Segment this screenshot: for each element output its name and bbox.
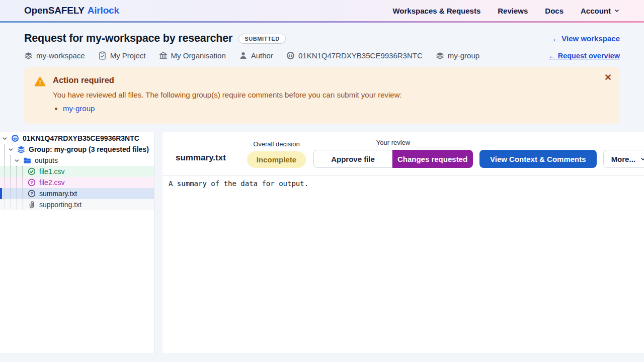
- tree-guide-line: [16, 166, 17, 210]
- check-circle-icon: [28, 167, 36, 175]
- layers-icon: [24, 51, 33, 60]
- tree-root-label: 01KN1Q47RDXYB35CE9936R3NTC: [23, 134, 139, 142]
- clipboard-icon: [98, 51, 107, 60]
- question-circle-icon: ?: [28, 178, 36, 187]
- decision-status-badge: Incomplete: [247, 151, 306, 168]
- action-required-banner: Action required You have reviewed all fi…: [24, 67, 620, 124]
- tree-folder-label: outputs: [35, 156, 58, 164]
- chevron-down-icon: [640, 156, 644, 162]
- warning-icon: [34, 76, 46, 87]
- meta-organisation: My Organisation: [159, 51, 226, 60]
- tree-guide-line: [10, 155, 11, 210]
- bank-icon: [159, 51, 168, 60]
- tree-file-label: file2.csv: [39, 178, 65, 187]
- alert-title: Action required: [53, 75, 402, 85]
- account-label: Account: [581, 7, 611, 15]
- meta-request-id-label: 01KN1Q47RDXYB35CE9936R3NTC: [298, 51, 423, 60]
- view-workspace-link[interactable]: ← View workspace: [552, 34, 620, 43]
- your-review-block: Your review Approve file Changes request…: [313, 139, 473, 168]
- svg-text:?: ?: [30, 180, 33, 185]
- more-menu-button[interactable]: More...: [603, 150, 644, 168]
- meta-project: My Project: [98, 51, 146, 60]
- tree-file-label: supporting.txt: [39, 201, 82, 209]
- your-review-label: Your review: [376, 139, 410, 146]
- cube-icon: [11, 134, 19, 142]
- alert-group-item: my-group: [63, 103, 402, 115]
- more-label: More...: [611, 155, 635, 163]
- user-icon: [239, 51, 248, 60]
- alert-group-link[interactable]: my-group: [63, 104, 95, 113]
- tree-guide-line: [4, 144, 5, 210]
- brand-primary: OpenSAFELY: [24, 5, 85, 16]
- tree-node-outputs-folder[interactable]: outputs: [0, 155, 154, 166]
- panel-gutter: [154, 132, 163, 353]
- tree-file-summary[interactable]: ? summary.txt: [0, 188, 154, 199]
- overall-decision-block: Overall decision Incomplete: [247, 140, 306, 168]
- tree-node-group[interactable]: Group: my-group (3 requested files): [0, 144, 154, 155]
- status-badge: SUBMITTED: [238, 34, 286, 44]
- overall-decision-label: Overall decision: [253, 140, 300, 148]
- question-circle-icon: ?: [28, 190, 36, 198]
- meta-workspace-label: my-workspace: [36, 51, 85, 60]
- tree-file-label: file1.csv: [39, 167, 65, 175]
- page-title: Request for my-workspace by researcher: [24, 32, 232, 45]
- brand-secondary: Airlock: [88, 5, 119, 16]
- svg-text:?: ?: [30, 191, 33, 196]
- chevron-down-icon: [14, 158, 20, 163]
- meta-group-label: my-group: [448, 51, 479, 60]
- tree-group-label: Group: my-group (3 requested files): [29, 145, 149, 153]
- meta-group: my-group: [436, 51, 479, 60]
- tree-file-supporting[interactable]: supporting.txt: [0, 199, 154, 210]
- meta-request-id: 01KN1Q47RDXYB35CE9936R3NTC: [286, 51, 423, 60]
- tree-file-file1[interactable]: file1.csv: [0, 166, 154, 177]
- chevron-down-icon: [614, 8, 620, 14]
- file-content-viewer: A summary of the data for output.: [163, 175, 644, 353]
- nav-account-menu[interactable]: Account: [581, 7, 620, 15]
- workarea: 01KN1Q47RDXYB35CE9936R3NTC Group: my-gro…: [0, 132, 644, 353]
- approve-file-button[interactable]: Approve file: [313, 150, 392, 168]
- cube-icon: [286, 51, 295, 60]
- navbar: OpenSAFELY Airlock Workspaces & Requests…: [0, 0, 644, 21]
- request-overview-link[interactable]: ← Request overview: [548, 52, 620, 60]
- file-detail-header: summary.txt Overall decision Incomplete …: [163, 132, 644, 175]
- main-nav: Workspaces & Requests Reviews Docs Accou…: [392, 7, 620, 15]
- tree-guide-line: [22, 166, 23, 210]
- chevron-down-icon: [8, 147, 14, 152]
- tree-file-label: summary.txt: [39, 190, 77, 198]
- alert-message: You have reviewed all files. The followi…: [53, 90, 402, 99]
- alert-group-list: my-group: [53, 103, 402, 115]
- selected-file-name: summary.txt: [176, 153, 226, 163]
- layers-icon: [436, 51, 444, 60]
- meta-author: Author: [239, 51, 273, 60]
- chevron-down-icon: [2, 136, 8, 141]
- nav-docs[interactable]: Docs: [545, 7, 564, 15]
- meta-organisation-label: My Organisation: [171, 51, 226, 60]
- changes-requested-button[interactable]: Changes requested: [392, 150, 473, 168]
- file-detail-panel: summary.txt Overall decision Incomplete …: [163, 132, 644, 353]
- meta-project-label: My Project: [110, 51, 146, 60]
- app-logo[interactable]: OpenSAFELY Airlock: [24, 5, 119, 16]
- layers-icon: [17, 145, 25, 153]
- nav-workspaces-requests[interactable]: Workspaces & Requests: [392, 7, 480, 15]
- tree-node-request-root[interactable]: 01KN1Q47RDXYB35CE9936R3NTC: [0, 133, 154, 144]
- request-meta: my-workspace My Project My Organisation: [24, 51, 620, 60]
- tree-file-file2[interactable]: ? file2.csv: [0, 177, 154, 188]
- review-toggle-group: Approve file Changes requested: [313, 150, 473, 168]
- close-icon[interactable]: ✕: [602, 71, 614, 84]
- meta-workspace: my-workspace: [24, 51, 85, 60]
- request-header: Request for my-workspace by researcher S…: [0, 23, 644, 60]
- paperclip-icon: [28, 201, 36, 209]
- view-context-comments-button[interactable]: View Context & Comments: [479, 150, 597, 168]
- folder-icon: [23, 156, 31, 164]
- file-tree-sidebar: 01KN1Q47RDXYB35CE9936R3NTC Group: my-gro…: [0, 132, 154, 353]
- nav-reviews[interactable]: Reviews: [498, 7, 528, 15]
- meta-author-label: Author: [251, 51, 273, 60]
